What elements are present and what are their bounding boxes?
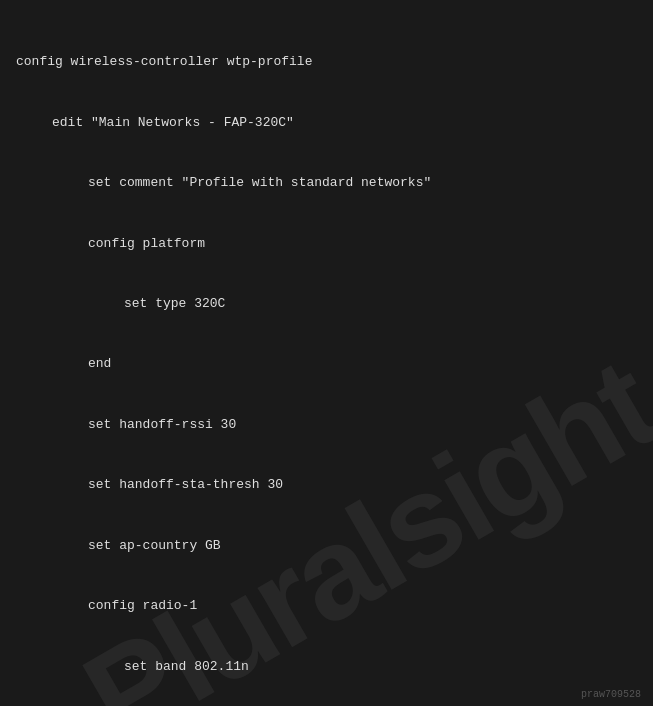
code-line-5: end	[16, 354, 637, 374]
code-line-8: set ap-country GB	[16, 536, 637, 556]
code-line-4: set type 320C	[16, 294, 637, 314]
code-line-9: config radio-1	[16, 596, 637, 616]
code-line-3: config platform	[16, 234, 637, 254]
code-container: config wireless-controller wtp-profile e…	[0, 0, 653, 706]
code-line-10: set band 802.11n	[16, 657, 637, 677]
code-line-7: set handoff-sta-thresh 30	[16, 475, 637, 495]
code-line-0: config wireless-controller wtp-profile	[16, 52, 637, 72]
code-line-2: set comment "Profile with standard netwo…	[16, 173, 637, 193]
footer-id: praw709528	[581, 689, 641, 700]
code-line-1: edit "Main Networks - FAP-320C"	[16, 113, 637, 133]
code-line-6: set handoff-rssi 30	[16, 415, 637, 435]
